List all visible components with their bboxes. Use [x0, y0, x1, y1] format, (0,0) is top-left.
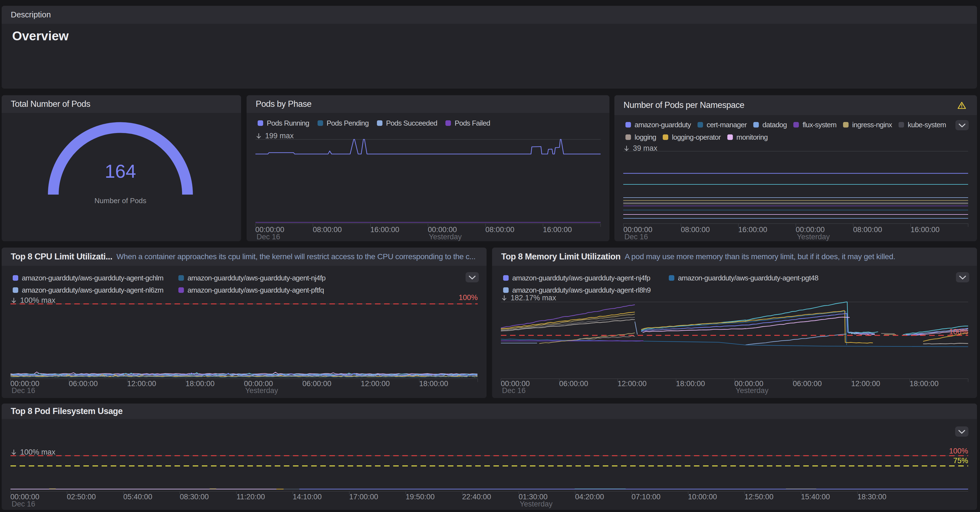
svg-text:100%: 100% [949, 447, 968, 455]
svg-text:18:00:00: 18:00:00 [419, 380, 448, 388]
svg-text:16:00:00: 16:00:00 [738, 226, 767, 234]
svg-text:12:50:00: 12:50:00 [745, 493, 773, 501]
svg-text:08:00:00: 08:00:00 [853, 226, 882, 234]
svg-text:Dec 16: Dec 16 [624, 233, 648, 241]
svg-text:12:00:00: 12:00:00 [617, 380, 646, 388]
svg-text:17:00:00: 17:00:00 [349, 493, 378, 501]
svg-text:Number of Pods: Number of Pods [94, 197, 146, 205]
svg-text:Yesterday: Yesterday [797, 233, 830, 241]
svg-text:08:30:00: 08:30:00 [180, 493, 209, 501]
svg-text:08:00:00: 08:00:00 [313, 226, 342, 234]
svg-text:12:00:00: 12:00:00 [851, 380, 880, 388]
svg-text:12:00:00: 12:00:00 [127, 380, 156, 388]
svg-text:05:40:00: 05:40:00 [123, 493, 152, 501]
svg-text:Dec 16: Dec 16 [256, 233, 280, 241]
svg-text:14:10:00: 14:10:00 [293, 493, 322, 501]
svg-text:11:20:00: 11:20:00 [236, 493, 265, 501]
svg-text:164: 164 [105, 161, 136, 181]
svg-text:06:00:00: 06:00:00 [302, 380, 331, 388]
svg-text:12:00:00: 12:00:00 [361, 380, 390, 388]
svg-text:18:00:00: 18:00:00 [186, 380, 215, 388]
svg-text:100%: 100% [459, 293, 478, 302]
svg-text:06:00:00: 06:00:00 [559, 380, 588, 388]
svg-text:08:00:00: 08:00:00 [681, 226, 710, 234]
svg-text:Dec 16: Dec 16 [502, 386, 526, 395]
svg-text:16:00:00: 16:00:00 [370, 226, 399, 234]
svg-text:06:00:00: 06:00:00 [69, 380, 98, 388]
svg-text:16:00:00: 16:00:00 [543, 226, 572, 234]
svg-text:15:40:00: 15:40:00 [801, 493, 830, 501]
svg-text:19:50:00: 19:50:00 [406, 493, 434, 501]
svg-text:22:40:00: 22:40:00 [462, 493, 491, 501]
svg-text:Yesterday: Yesterday [736, 386, 769, 395]
svg-text:Dec 16: Dec 16 [11, 500, 35, 508]
svg-text:75%: 75% [953, 456, 968, 465]
svg-text:16:00:00: 16:00:00 [910, 226, 939, 234]
svg-text:06:00:00: 06:00:00 [793, 380, 822, 388]
svg-text:Dec 16: Dec 16 [11, 386, 35, 395]
svg-text:Yesterday: Yesterday [520, 500, 553, 508]
svg-text:18:30:00: 18:30:00 [858, 493, 886, 501]
svg-text:08:00:00: 08:00:00 [485, 226, 514, 234]
svg-text:18:00:00: 18:00:00 [676, 380, 705, 388]
svg-text:18:00:00: 18:00:00 [910, 380, 939, 388]
svg-text:Yesterday: Yesterday [429, 233, 462, 241]
svg-text:07:10:00: 07:10:00 [632, 493, 660, 501]
svg-text:10:00:00: 10:00:00 [688, 493, 717, 501]
svg-text:04:20:00: 04:20:00 [575, 493, 604, 501]
svg-text:Yesterday: Yesterday [245, 386, 278, 395]
svg-text:100%: 100% [949, 328, 968, 336]
svg-text:02:50:00: 02:50:00 [67, 493, 96, 501]
